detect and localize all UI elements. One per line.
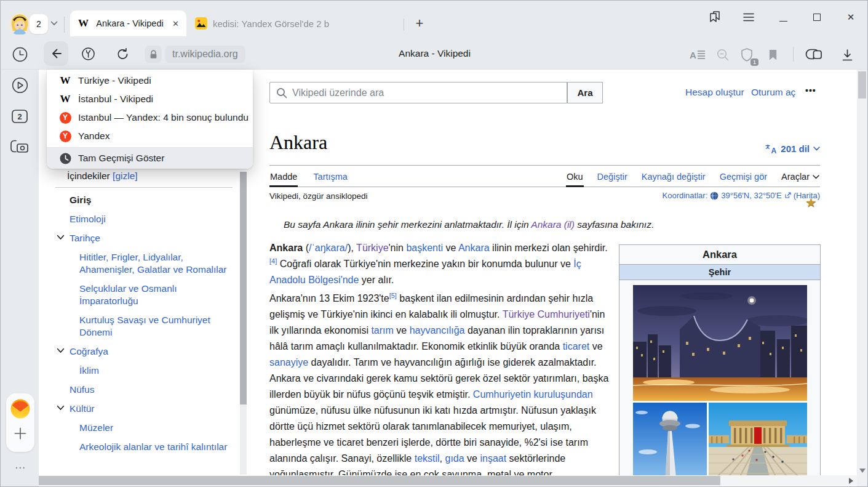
toc-header: İçindekiler [gizle] (53, 170, 235, 182)
bookmarks-panel-button[interactable] (704, 7, 726, 28)
inline-link[interactable]: Ankara (458, 243, 490, 253)
browser-menu-button[interactable] (738, 7, 760, 28)
atakule-tower-image[interactable] (633, 403, 707, 485)
inline-link[interactable]: Ankara (il) (531, 219, 575, 230)
toc-item-arkeolojik[interactable]: Arkeolojik alanlar ve tarihî kalıntılar (53, 441, 235, 453)
coordinates-label-link[interactable]: Koordinatlar: (663, 191, 708, 200)
sidebar-history-button[interactable] (9, 44, 30, 65)
article-paragraph-1: Ankara (/ˈaŋkara/), Türkiye'nin başkenti… (269, 240, 609, 288)
inline-link[interactable]: inşaat (480, 453, 506, 464)
toc-item-tarihce[interactable]: Tarihçe (53, 232, 235, 244)
horizontal-scrollbar-thumb[interactable] (39, 476, 720, 485)
yandex-home-button[interactable] (79, 44, 97, 63)
inline-link[interactable]: başkenti (406, 243, 443, 253)
tab-counter-chevron[interactable] (47, 18, 61, 29)
history-item-istanbul-yandex[interactable]: Y Istanbul — Yandex: 4 bin sonuç bulundu (47, 108, 253, 127)
maximize-button[interactable] (806, 7, 828, 28)
inline-link[interactable]: ticaret (563, 341, 590, 352)
tab-araclar[interactable]: Araçlar (781, 167, 820, 187)
history-item-istanbul-wiki[interactable]: W İstanbul - Vikipedi (47, 90, 253, 108)
user-menu-dots[interactable]: ••• (805, 86, 816, 95)
horizontal-scrollbar[interactable] (39, 475, 857, 486)
sidebar-tabs-button[interactable]: 2 (9, 106, 30, 127)
hatnote: Bu sayfa Ankara ilinin şehir merkezini a… (284, 219, 654, 230)
bookmark-page-button[interactable] (765, 47, 780, 62)
toc-item-kultur[interactable]: Kültür (53, 403, 235, 415)
inline-link[interactable]: sanayiye (269, 357, 308, 368)
language-selector[interactable]: A 201 dil (740, 143, 820, 154)
inline-link[interactable]: Türkiye (356, 243, 388, 253)
tab-tartisma[interactable]: Tartışma (313, 167, 348, 187)
create-account-link[interactable]: Hesap oluştur (685, 87, 744, 98)
reference-link[interactable]: [5] (389, 292, 397, 299)
add-panel-button[interactable] (14, 427, 27, 440)
downloads-button[interactable] (838, 46, 856, 63)
reference-link[interactable]: [4] (269, 257, 277, 265)
new-tab-button[interactable]: + (410, 14, 429, 33)
minimize-button[interactable] (772, 7, 794, 28)
show-full-history-item[interactable]: Tam Geçmişi Göster (47, 148, 253, 169)
toc-collapse-icon[interactable] (57, 405, 65, 411)
inline-link[interactable]: Türkiye Cumhuriyeti (503, 309, 590, 320)
toc-item-nufus[interactable]: Nüfus (53, 384, 235, 396)
wiki-search-submit-button[interactable]: Ara (567, 82, 603, 103)
reader-mode-button[interactable]: A (688, 47, 706, 62)
tab-degistir[interactable]: Değiştir (597, 167, 628, 187)
inline-link[interactable]: gıda (445, 453, 464, 464)
inline-link[interactable]: İç Anadolu Bölgesi'nde (269, 259, 581, 285)
refresh-button[interactable] (113, 44, 132, 63)
tab-close-icon[interactable]: ✕ (171, 19, 180, 28)
sidebar-more-button[interactable]: ⋯ (12, 461, 29, 474)
inline-link[interactable]: hayvancılığa (410, 325, 465, 336)
zoom-out-button[interactable] (714, 46, 731, 63)
toc-collapse-icon[interactable] (57, 348, 65, 353)
toc-hide-link[interactable]: [gizle] (113, 171, 138, 181)
scroll-right-arrow-icon[interactable] (849, 478, 853, 484)
search-icon (276, 87, 287, 99)
site-security-button[interactable] (145, 46, 162, 63)
tab-kaynagi-degistir[interactable]: Kaynağı değiştir (641, 167, 706, 187)
ankara-skyline-night-image[interactable] (633, 285, 807, 401)
inline-link[interactable]: Cumhuriyetin kuruluşundan (473, 389, 593, 400)
toc-item-hititler[interactable]: Hititler, Frigler, Lidyalılar, Ahamenişl… (53, 251, 235, 276)
inline-link[interactable]: tarım (371, 325, 393, 336)
toc-item-iklim[interactable]: İklim (53, 364, 235, 377)
toc-scrollbar-thumb[interactable] (240, 172, 247, 404)
sidebar-media-button[interactable] (9, 74, 30, 95)
extensions-button[interactable] (804, 46, 824, 62)
tab-yandex-gorsel[interactable]: kedisi: Yandex Görsel'de 2 b (189, 10, 402, 36)
toc-item-kurtulus[interactable]: Kurtuluş Savaşı ve Cumhuriyet Dönemi (53, 314, 235, 339)
wiki-search-box[interactable] (269, 82, 567, 103)
inline-link[interactable]: /ˈaŋkara/ (309, 243, 348, 253)
close-window-button[interactable]: ✕ (840, 7, 862, 28)
toc-item-etimoloji[interactable]: Etimoloji (53, 213, 235, 225)
profile-avatar[interactable] (9, 13, 31, 35)
yandex-mail-button[interactable] (10, 398, 31, 419)
back-button[interactable] (44, 41, 68, 66)
tab-madde[interactable]: Madde (269, 167, 298, 187)
tab-counter[interactable]: 2 (30, 14, 48, 34)
minimize-icon (779, 21, 787, 22)
toc-item-cografya[interactable]: Coğrafya (53, 345, 235, 358)
coordinates-value-link[interactable]: 39°56′N, 32°50′E (721, 191, 781, 200)
toc-item-muzeler[interactable]: Müzeler (53, 422, 235, 434)
anitkabir-image[interactable] (709, 403, 807, 485)
tab-gecmisi-gor[interactable]: Geçmişi gör (719, 167, 768, 187)
vertical-scrollbar-thumb[interactable] (858, 71, 866, 99)
address-bar[interactable]: tr.wikipedia.org (165, 46, 245, 63)
history-item-turkiye[interactable]: W Türkiye - Vikipedi (47, 71, 253, 90)
tab-ankara-vikipedi[interactable]: W Ankara - Vikipedi ✕ (70, 10, 186, 36)
toc-item-selcuklular[interactable]: Selçuklular ve Osmanlı İmparatorluğu (53, 283, 235, 307)
vertical-scrollbar[interactable] (857, 70, 867, 487)
protect-shield-button[interactable]: 1 (738, 45, 756, 65)
sidebar-screenshot-button[interactable] (9, 137, 30, 158)
tab-oku[interactable]: Oku (566, 167, 584, 187)
toc-scrollbar[interactable] (240, 172, 247, 475)
inline-link[interactable]: tekstil (415, 453, 440, 464)
history-item-yandex[interactable]: Y Yandex (47, 127, 253, 145)
login-link[interactable]: Oturum aç (751, 87, 795, 98)
toc-collapse-icon[interactable] (57, 235, 65, 240)
wiki-search-input[interactable] (292, 87, 567, 99)
toc-item-giris[interactable]: Giriş (53, 194, 235, 206)
scroll-down-arrow-icon[interactable] (859, 469, 866, 473)
